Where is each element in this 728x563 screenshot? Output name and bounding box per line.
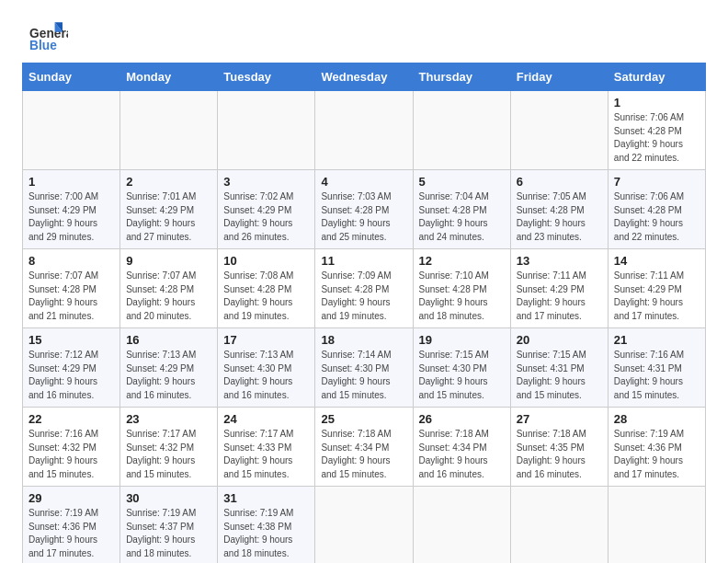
day-number: 23 — [126, 412, 211, 426]
calendar-week-row: 1 Sunrise: 7:06 AMSunset: 4:28 PMDayligh… — [23, 91, 706, 170]
day-info: Sunrise: 7:04 AMSunset: 4:28 PMDaylight:… — [419, 191, 489, 242]
day-number: 17 — [223, 333, 309, 347]
calendar-day-cell: 25 Sunrise: 7:18 AMSunset: 4:34 PMDaylig… — [315, 408, 413, 487]
day-number: 20 — [517, 333, 602, 347]
weekday-header-cell: Thursday — [413, 63, 510, 91]
day-number: 16 — [126, 333, 211, 347]
calendar-day-cell: 30 Sunrise: 7:19 AMSunset: 4:37 PMDaylig… — [120, 487, 218, 564]
calendar-body: 1 Sunrise: 7:06 AMSunset: 4:28 PMDayligh… — [23, 91, 706, 564]
calendar-day-cell: 2 Sunrise: 7:01 AMSunset: 4:29 PMDayligh… — [120, 170, 218, 249]
day-number: 21 — [614, 333, 700, 347]
day-info: Sunrise: 7:01 AMSunset: 4:29 PMDaylight:… — [126, 191, 196, 242]
day-number: 18 — [321, 333, 406, 347]
day-number: 31 — [223, 491, 309, 505]
day-info: Sunrise: 7:16 AMSunset: 4:32 PMDaylight:… — [28, 429, 98, 479]
day-info: Sunrise: 7:07 AMSunset: 4:28 PMDaylight:… — [28, 270, 98, 321]
day-number: 14 — [614, 254, 700, 268]
calendar-day-cell: 13 Sunrise: 7:11 AMSunset: 4:29 PMDaylig… — [510, 249, 608, 328]
calendar-day-cell — [23, 91, 120, 170]
logo-icon: General Blue — [22, 18, 68, 53]
calendar-day-cell: 4 Sunrise: 7:03 AMSunset: 4:28 PMDayligh… — [315, 170, 413, 249]
day-info: Sunrise: 7:08 AMSunset: 4:28 PMDaylight:… — [223, 270, 293, 321]
weekday-header-cell: Wednesday — [315, 63, 413, 91]
day-info: Sunrise: 7:11 AMSunset: 4:29 PMDaylight:… — [517, 270, 586, 321]
calendar-day-cell: 1 Sunrise: 7:00 AMSunset: 4:29 PMDayligh… — [23, 170, 120, 249]
day-number: 1 — [614, 96, 700, 109]
day-info: Sunrise: 7:19 AMSunset: 4:37 PMDaylight:… — [126, 508, 196, 558]
calendar-day-cell — [510, 91, 608, 170]
weekday-header-cell: Monday — [120, 63, 218, 91]
calendar-week-row: 15 Sunrise: 7:12 AMSunset: 4:29 PMDaylig… — [23, 328, 706, 408]
day-number: 9 — [126, 254, 211, 268]
day-number: 3 — [223, 175, 309, 189]
day-number: 7 — [614, 175, 700, 189]
calendar-day-cell: 21 Sunrise: 7:16 AMSunset: 4:31 PMDaylig… — [608, 328, 705, 408]
day-info: Sunrise: 7:19 AMSunset: 4:36 PMDaylight:… — [28, 508, 98, 558]
day-info: Sunrise: 7:03 AMSunset: 4:28 PMDaylight:… — [321, 191, 391, 242]
calendar-day-cell: 10 Sunrise: 7:08 AMSunset: 4:28 PMDaylig… — [218, 249, 315, 328]
day-info: Sunrise: 7:19 AMSunset: 4:38 PMDaylight:… — [223, 508, 293, 558]
calendar-day-cell: 29 Sunrise: 7:19 AMSunset: 4:36 PMDaylig… — [23, 487, 120, 564]
day-number: 5 — [419, 175, 505, 189]
day-number: 8 — [28, 254, 114, 268]
calendar-day-cell — [315, 487, 413, 564]
day-number: 13 — [517, 254, 602, 268]
day-info: Sunrise: 7:06 AMSunset: 4:28 PMDaylight:… — [614, 112, 684, 163]
day-info: Sunrise: 7:18 AMSunset: 4:34 PMDaylight:… — [321, 429, 391, 479]
day-number: 30 — [126, 491, 211, 505]
calendar-day-cell: 28 Sunrise: 7:19 AMSunset: 4:36 PMDaylig… — [608, 408, 705, 487]
weekday-header-cell: Tuesday — [218, 63, 315, 91]
weekday-header-row: SundayMondayTuesdayWednesdayThursdayFrid… — [23, 63, 706, 91]
calendar-day-cell — [120, 91, 218, 170]
calendar-day-cell: 9 Sunrise: 7:07 AMSunset: 4:28 PMDayligh… — [120, 249, 218, 328]
day-info: Sunrise: 7:17 AMSunset: 4:32 PMDaylight:… — [126, 429, 196, 479]
calendar-day-cell: 11 Sunrise: 7:09 AMSunset: 4:28 PMDaylig… — [315, 249, 413, 328]
day-number: 29 — [28, 491, 114, 505]
calendar-day-cell: 18 Sunrise: 7:14 AMSunset: 4:30 PMDaylig… — [315, 328, 413, 408]
day-info: Sunrise: 7:18 AMSunset: 4:34 PMDaylight:… — [419, 429, 489, 479]
day-number: 1 — [28, 175, 114, 189]
day-number: 26 — [419, 412, 505, 426]
day-info: Sunrise: 7:13 AMSunset: 4:29 PMDaylight:… — [126, 350, 196, 400]
day-info: Sunrise: 7:02 AMSunset: 4:29 PMDaylight:… — [223, 191, 293, 242]
day-number: 24 — [223, 412, 309, 426]
calendar-day-cell: 20 Sunrise: 7:15 AMSunset: 4:31 PMDaylig… — [510, 328, 608, 408]
day-info: Sunrise: 7:12 AMSunset: 4:29 PMDaylight:… — [28, 350, 98, 400]
day-number: 27 — [517, 412, 602, 426]
calendar-day-cell: 3 Sunrise: 7:02 AMSunset: 4:29 PMDayligh… — [218, 170, 315, 249]
day-info: Sunrise: 7:15 AMSunset: 4:31 PMDaylight:… — [517, 350, 586, 400]
calendar-week-row: 8 Sunrise: 7:07 AMSunset: 4:28 PMDayligh… — [23, 249, 706, 328]
calendar-day-cell — [510, 487, 608, 564]
calendar-day-cell: 1 Sunrise: 7:06 AMSunset: 4:28 PMDayligh… — [608, 91, 705, 170]
day-info: Sunrise: 7:17 AMSunset: 4:33 PMDaylight:… — [223, 429, 293, 479]
day-info: Sunrise: 7:11 AMSunset: 4:29 PMDaylight:… — [614, 270, 684, 321]
day-info: Sunrise: 7:09 AMSunset: 4:28 PMDaylight:… — [321, 270, 391, 321]
calendar-day-cell: 5 Sunrise: 7:04 AMSunset: 4:28 PMDayligh… — [413, 170, 510, 249]
logo: General Blue — [22, 18, 68, 53]
calendar-day-cell: 22 Sunrise: 7:16 AMSunset: 4:32 PMDaylig… — [23, 408, 120, 487]
day-number: 4 — [321, 175, 406, 189]
day-number: 28 — [614, 412, 700, 426]
calendar-day-cell: 24 Sunrise: 7:17 AMSunset: 4:33 PMDaylig… — [218, 408, 315, 487]
day-info: Sunrise: 7:06 AMSunset: 4:28 PMDaylight:… — [614, 191, 684, 242]
calendar-day-cell: 26 Sunrise: 7:18 AMSunset: 4:34 PMDaylig… — [413, 408, 510, 487]
day-number: 22 — [28, 412, 114, 426]
header: General Blue — [22, 18, 706, 53]
day-number: 11 — [321, 254, 406, 268]
calendar-day-cell: 15 Sunrise: 7:12 AMSunset: 4:29 PMDaylig… — [23, 328, 120, 408]
day-info: Sunrise: 7:19 AMSunset: 4:36 PMDaylight:… — [614, 429, 684, 479]
svg-text:Blue: Blue — [29, 39, 57, 52]
calendar-day-cell: 12 Sunrise: 7:10 AMSunset: 4:28 PMDaylig… — [413, 249, 510, 328]
calendar-day-cell — [608, 487, 705, 564]
calendar-day-cell: 23 Sunrise: 7:17 AMSunset: 4:32 PMDaylig… — [120, 408, 218, 487]
calendar-day-cell: 14 Sunrise: 7:11 AMSunset: 4:29 PMDaylig… — [608, 249, 705, 328]
day-number: 10 — [223, 254, 309, 268]
calendar-day-cell — [413, 91, 510, 170]
day-info: Sunrise: 7:18 AMSunset: 4:35 PMDaylight:… — [517, 429, 586, 479]
calendar-day-cell — [413, 487, 510, 564]
calendar-day-cell: 8 Sunrise: 7:07 AMSunset: 4:28 PMDayligh… — [23, 249, 120, 328]
calendar-day-cell: 31 Sunrise: 7:19 AMSunset: 4:38 PMDaylig… — [218, 487, 315, 564]
calendar-day-cell — [218, 91, 315, 170]
day-info: Sunrise: 7:13 AMSunset: 4:30 PMDaylight:… — [223, 350, 293, 400]
calendar-day-cell: 7 Sunrise: 7:06 AMSunset: 4:28 PMDayligh… — [608, 170, 705, 249]
